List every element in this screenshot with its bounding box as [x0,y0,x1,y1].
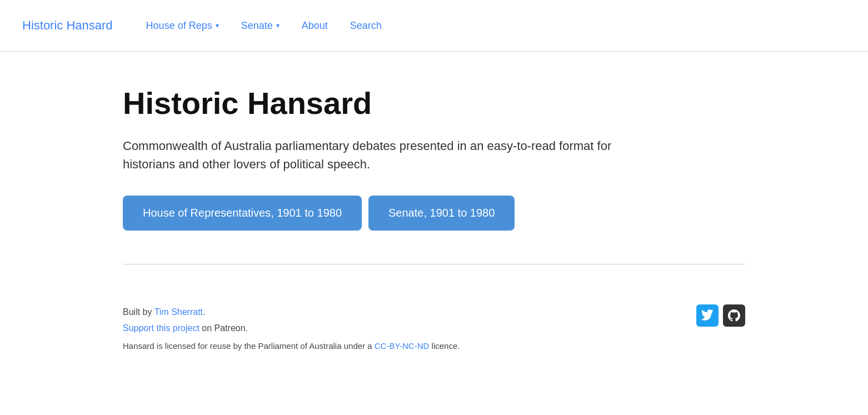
nav-label-about: About [302,20,328,32]
built-by-suffix: . [203,307,205,317]
page-footer: Built by Tim Sherratt. Support this proj… [101,304,767,373]
built-by-prefix: Built by [123,307,154,317]
senate-button[interactable]: Senate, 1901 to 1980 [368,196,515,231]
support-suffix: on Patreon. [199,323,248,333]
nav-item-search[interactable]: Search [339,20,393,32]
page-title: Historic Hansard [123,85,745,121]
chevron-down-icon: ▾ [216,22,219,29]
house-of-reps-button[interactable]: House of Representatives, 1901 to 1980 [123,196,362,231]
github-icon[interactable] [723,304,745,327]
license-prefix: Hansard is licensed for reuse by the Par… [123,341,375,351]
footer-text-block: Built by Tim Sherratt. Support this proj… [123,304,460,351]
nav-label-search: Search [350,20,382,32]
github-svg [728,309,740,322]
license-line: Hansard is licensed for reuse by the Par… [123,341,460,351]
support-link[interactable]: Support this project [123,323,199,333]
nav-item-senate[interactable]: Senate ▾ [230,20,291,32]
main-nav: Historic Hansard House of Reps ▾ Senate … [0,0,868,52]
section-divider [123,264,745,264]
twitter-svg [701,309,714,322]
nav-item-about[interactable]: About [291,20,339,32]
nav-brand[interactable]: Historic Hansard [22,18,113,33]
footer-content: Built by Tim Sherratt. Support this proj… [123,304,745,351]
twitter-icon[interactable] [696,304,719,327]
license-suffix: licence. [429,341,460,351]
nav-label-house: House of Reps [146,20,212,32]
page-subtitle: Commonwealth of Australia parliamentary … [123,137,623,173]
chevron-down-icon: ▾ [276,22,280,29]
nav-item-house-of-reps[interactable]: House of Reps ▾ [135,20,230,32]
main-content: Historic Hansard Commonwealth of Austral… [101,52,767,304]
built-by-line: Built by Tim Sherratt. Support this proj… [123,304,460,337]
cta-buttons: House of Representatives, 1901 to 1980 S… [123,196,745,231]
license-link[interactable]: CC-BY-NC-ND [375,341,430,351]
social-icons [696,304,745,327]
nav-label-senate: Senate [241,20,273,32]
author-link[interactable]: Tim Sherratt [154,307,203,317]
